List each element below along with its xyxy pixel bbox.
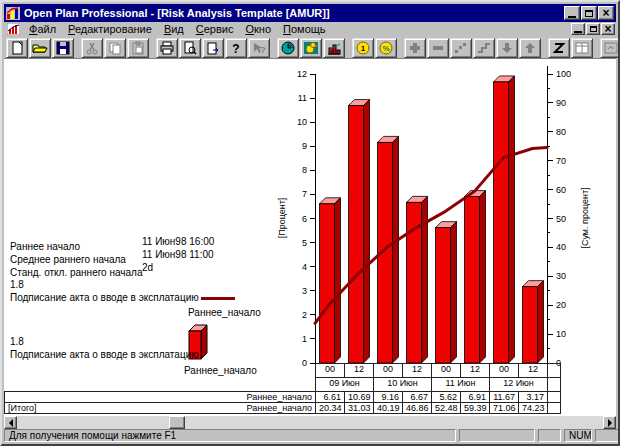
svg-text:10: 10 bbox=[297, 117, 307, 127]
mdi-close-button[interactable]: × bbox=[601, 23, 615, 35]
cost-1-button[interactable]: 1 bbox=[352, 38, 374, 58]
value-cell: 46.86 bbox=[402, 402, 432, 414]
hour-cell: 12 bbox=[344, 363, 374, 378]
remove-icon bbox=[430, 41, 446, 55]
value-cell: 31.03 bbox=[344, 402, 374, 414]
value-cell: 74.23 bbox=[518, 402, 548, 414]
menu-item-view[interactable]: Вид bbox=[158, 23, 190, 35]
svg-text:?: ? bbox=[260, 45, 266, 55]
hour-cell: 00 bbox=[373, 363, 403, 378]
total-label: [Итого] bbox=[8, 403, 37, 414]
toolbar: ??1% bbox=[4, 37, 616, 59]
hour-cell: 00 bbox=[489, 363, 519, 378]
histogram-button[interactable] bbox=[323, 38, 345, 58]
cost-percent-button[interactable]: % bbox=[375, 38, 397, 58]
svg-text:70: 70 bbox=[556, 156, 566, 166]
help-button[interactable]: ? bbox=[225, 38, 247, 58]
export-button[interactable] bbox=[202, 38, 224, 58]
hour-cell: 12 bbox=[518, 363, 548, 378]
paste-icon bbox=[130, 41, 146, 55]
step-line-button[interactable] bbox=[473, 38, 495, 58]
hour-cell: 12 bbox=[460, 363, 490, 378]
menu-item-edit[interactable]: Редактирование bbox=[62, 23, 158, 35]
restore-button[interactable] bbox=[581, 6, 597, 20]
print-preview-button[interactable] bbox=[179, 38, 201, 58]
paste-button[interactable] bbox=[127, 38, 149, 58]
date-cell: 09 Июн bbox=[315, 377, 374, 392]
resource-duck-button[interactable] bbox=[300, 38, 322, 58]
svg-text:40: 40 bbox=[556, 242, 566, 252]
svg-text:[Процент]: [Процент] bbox=[277, 198, 287, 239]
menu-item-tools[interactable]: Сервис bbox=[190, 23, 240, 35]
menu-item-file[interactable]: Файл bbox=[23, 23, 62, 35]
svg-text:1: 1 bbox=[361, 44, 366, 53]
svg-text:90: 90 bbox=[556, 98, 566, 108]
time-clock-button[interactable] bbox=[277, 38, 299, 58]
copy-button[interactable] bbox=[104, 38, 126, 58]
open-button[interactable] bbox=[29, 38, 51, 58]
horizontal-scrollbar[interactable] bbox=[4, 416, 616, 429]
context-help-icon: ? bbox=[251, 41, 267, 55]
scatter-button[interactable] bbox=[450, 38, 472, 58]
mdi-minimize-button[interactable] bbox=[571, 23, 585, 35]
svg-text:1: 1 bbox=[302, 334, 307, 344]
save-button[interactable] bbox=[52, 38, 74, 58]
title-bar[interactable]: Open Plan Professional - [Risk Analysis … bbox=[4, 4, 616, 22]
status-bar: Для получения помощи нажмите F1 NUM bbox=[4, 429, 616, 442]
svg-text:11: 11 bbox=[298, 93, 307, 103]
value-cell: 71.06 bbox=[489, 402, 519, 414]
menu-item-window[interactable]: Окно bbox=[239, 23, 277, 35]
date-cell: 11 Июн bbox=[431, 377, 490, 392]
cut-icon bbox=[84, 41, 100, 55]
close-button[interactable]: × bbox=[598, 6, 614, 20]
cost-1-icon: 1 bbox=[355, 41, 371, 55]
cut-button[interactable] bbox=[81, 38, 103, 58]
close-icon: × bbox=[602, 8, 609, 18]
svg-text:50: 50 bbox=[556, 214, 566, 224]
new-button[interactable] bbox=[6, 38, 28, 58]
minimize-button[interactable] bbox=[564, 6, 580, 20]
triangle-right-icon bbox=[608, 419, 616, 427]
context-help-button[interactable]: ? bbox=[248, 38, 270, 58]
bar-side bbox=[335, 198, 341, 363]
add-icon bbox=[407, 41, 423, 55]
date-cell: 12 Июн bbox=[489, 377, 548, 392]
new-icon bbox=[9, 41, 25, 55]
scrollbar-thumb[interactable] bbox=[169, 416, 185, 429]
print-button[interactable] bbox=[156, 38, 178, 58]
svg-text:0: 0 bbox=[302, 358, 307, 368]
mdi-restore-icon bbox=[590, 26, 597, 32]
scatter-icon bbox=[453, 41, 469, 55]
svg-text:30: 30 bbox=[556, 271, 566, 281]
arrow-up-button[interactable] bbox=[519, 38, 541, 58]
grid-view-button[interactable] bbox=[571, 38, 593, 58]
row-label-cell: [Итого]Раннее_начало bbox=[4, 402, 316, 414]
zigzag-button[interactable] bbox=[548, 38, 570, 58]
app-window: Open Plan Professional - [Risk Analysis … bbox=[0, 0, 620, 446]
bar-side bbox=[364, 100, 370, 363]
fit-window-button[interactable] bbox=[600, 38, 620, 58]
app-icon bbox=[6, 7, 20, 20]
menu-item-help[interactable]: Помощь bbox=[277, 23, 332, 35]
menu-bar: ФайлРедактированиеВидСервисОкноПомощь × bbox=[4, 22, 616, 36]
svg-text:5: 5 bbox=[302, 238, 307, 248]
svg-text:60: 60 bbox=[556, 185, 566, 195]
chart-document-icon bbox=[7, 23, 20, 35]
scroll-right-button[interactable] bbox=[603, 416, 616, 429]
mdi-close-icon: × bbox=[604, 24, 611, 34]
scroll-left-button[interactable] bbox=[4, 416, 17, 429]
export-icon bbox=[205, 41, 221, 55]
arrow-down-button[interactable] bbox=[496, 38, 518, 58]
open-icon bbox=[32, 41, 48, 55]
mdi-restore-button[interactable] bbox=[586, 23, 600, 35]
remove-button[interactable] bbox=[427, 38, 449, 58]
hour-cell-trailing bbox=[547, 363, 561, 378]
arrow-down-icon bbox=[499, 41, 515, 55]
add-button[interactable] bbox=[404, 38, 426, 58]
status-panel bbox=[459, 429, 535, 442]
bar-side bbox=[509, 76, 515, 363]
series-label: Раннее_начало bbox=[247, 403, 313, 413]
svg-text:10: 10 bbox=[556, 329, 566, 339]
bar bbox=[523, 287, 538, 363]
value-cell: 59.39 bbox=[460, 402, 490, 414]
